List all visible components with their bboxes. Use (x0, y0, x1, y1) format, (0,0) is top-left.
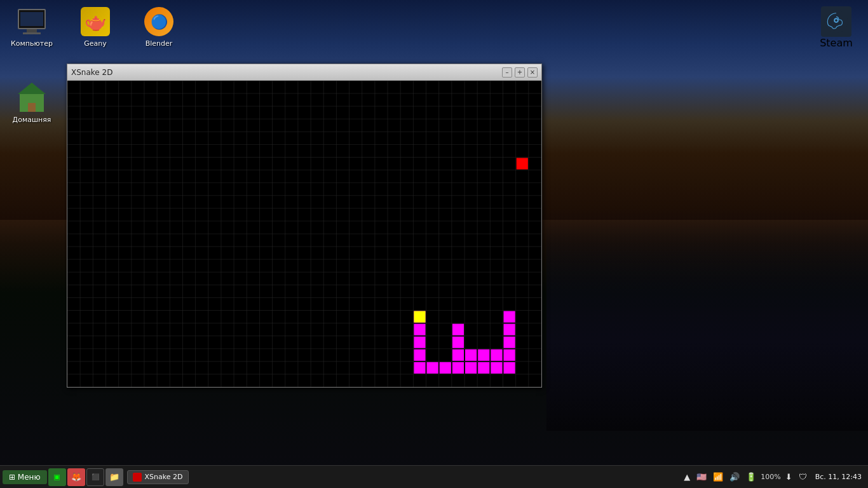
battery-percent: 100% (761, 473, 780, 481)
city-bg (546, 208, 868, 431)
geany-icon-label: Geany (84, 39, 107, 48)
xsnake-window: XSnake 2D – + × (67, 64, 542, 388)
desktop-icon-computer[interactable]: Компьютер (6, 6, 57, 48)
tray-network-icon[interactable]: 🇺🇸 (695, 472, 709, 482)
left-desktop-icons: Домашняя (6, 83, 57, 124)
desktop-icon-blender[interactable]: 🔵 Blender (133, 6, 184, 48)
tray-battery-icon[interactable]: 🔋 (744, 472, 758, 482)
minimize-button[interactable]: – (502, 67, 512, 78)
app-indicator (133, 473, 142, 482)
snake-game[interactable] (67, 81, 541, 387)
top-desktop-icons: Компьютер 🫖 Geany 🔵 Blender (6, 6, 184, 48)
tray-wifi-icon[interactable]: 📶 (711, 472, 725, 482)
taskbar: ⊞ Меню ▣ 🦊 ⬛ 📁 XSnake 2D ▲ 🇺🇸 📶 🔊 🔋 100%… (0, 465, 868, 488)
window-titlebar[interactable]: XSnake 2D – + × (67, 64, 541, 81)
start-menu-button[interactable]: ⊞ Меню (3, 470, 47, 484)
computer-icon-label: Компьютер (11, 39, 53, 48)
window-controls: – + × (502, 67, 538, 78)
taskbar-icon-1[interactable]: ▣ (48, 468, 66, 486)
taskbar-app-xsnake[interactable]: XSnake 2D (127, 470, 189, 484)
steam-icon-label: Steam (820, 37, 853, 49)
computer-icon (17, 6, 47, 37)
close-button[interactable]: × (527, 67, 538, 78)
tray-arrow-icon[interactable]: ▲ (682, 472, 692, 482)
maximize-button[interactable]: + (515, 67, 525, 78)
steam-icon (821, 6, 851, 37)
desktop-icon-home[interactable]: Домашняя (6, 83, 57, 124)
tray-sound-icon[interactable]: 🔊 (728, 472, 742, 482)
taskbar-icon-terminal[interactable]: ⬛ (86, 468, 104, 486)
taskbar-tray: ▲ 🇺🇸 📶 🔊 🔋 100% ⬇ 🛡 Вс. 11, 12:43 (682, 472, 865, 482)
blender-icon-label: Blender (146, 39, 173, 48)
home-icon (17, 83, 47, 113)
taskbar-icon-firefox[interactable]: 🦊 (67, 468, 85, 486)
window-title: XSnake 2D (71, 68, 112, 77)
blender-icon: 🔵 (144, 6, 174, 37)
taskbar-clock[interactable]: Вс. 11, 12:43 (811, 473, 865, 481)
desktop-icon-geany[interactable]: 🫖 Geany (70, 6, 121, 48)
tray-update-icon[interactable]: ⬇ (783, 472, 794, 482)
home-icon-label: Домашняя (13, 116, 51, 124)
game-canvas (67, 81, 541, 387)
taskbar-icon-files[interactable]: 📁 (105, 468, 123, 486)
tray-security-icon[interactable]: 🛡 (797, 472, 809, 482)
desktop-icon-steam[interactable]: Steam (811, 6, 862, 49)
geany-icon: 🫖 (80, 6, 111, 37)
svg-point-2 (835, 19, 837, 22)
taskbar-app-label: XSnake 2D (145, 473, 183, 481)
